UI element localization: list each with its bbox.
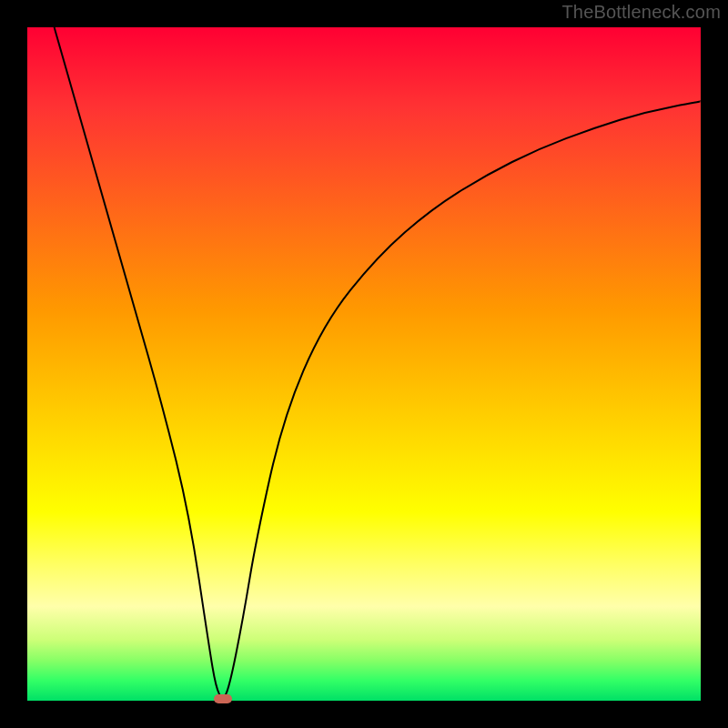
watermark-text: TheBottleneck.com [561,2,721,23]
curve-path [55,27,701,697]
bottleneck-curve [27,27,701,701]
plot-area [27,27,701,701]
chart-container: TheBottleneck.com [0,0,728,728]
minimum-marker [214,694,232,703]
